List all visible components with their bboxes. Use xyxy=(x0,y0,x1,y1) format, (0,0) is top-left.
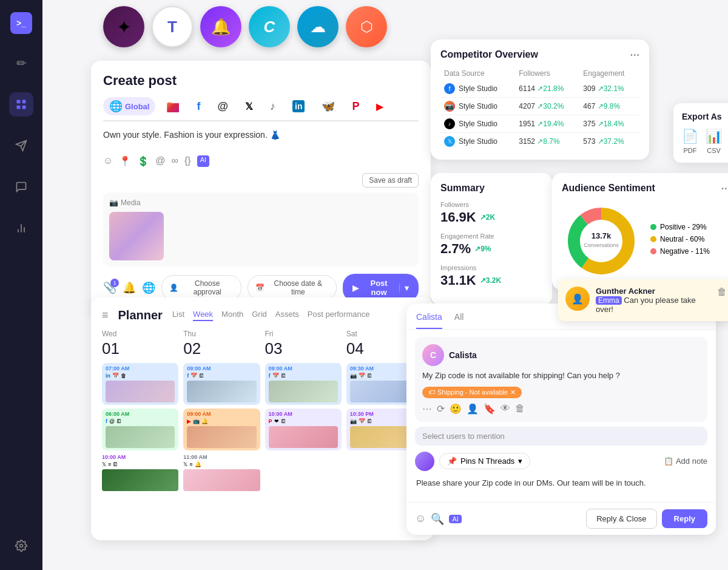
tab-tiktok[interactable]: ♪ xyxy=(264,98,281,115)
tab-threads[interactable]: @ xyxy=(211,98,234,115)
reply-text: Please share your Zip code in our DMs. O… xyxy=(415,477,707,489)
attachment-icon[interactable]: 📎 1 xyxy=(103,281,116,294)
message-tag-row: 🏷 Shipping - Not available ✕ xyxy=(422,382,700,398)
trash-icon[interactable]: 🗑 xyxy=(515,403,525,414)
sentiment-menu-icon[interactable]: ⋯ xyxy=(721,183,728,194)
bell-icon[interactable]: 🔔 xyxy=(123,281,136,294)
salesforce-icon[interactable]: ☁ xyxy=(297,6,339,47)
bookmark-icon[interactable]: 🔖 xyxy=(484,403,496,415)
planner-event[interactable]: 11:00 AM 𝕏 ≡ 🔔 xyxy=(183,454,260,491)
planner-event[interactable]: 07:00 AM in 📅 🗑 xyxy=(102,363,178,405)
sidebar-item-send[interactable] xyxy=(9,134,33,158)
more-icon[interactable]: ⋯ xyxy=(422,403,432,415)
svg-rect-2 xyxy=(17,106,21,109)
event-icons: ▶ 📺 🔔 xyxy=(187,418,256,424)
tab-pinterest[interactable]: P xyxy=(346,98,365,115)
globe-action-icon[interactable]: 🌐 xyxy=(142,281,155,294)
brand-dropdown-icon[interactable]: ▾ xyxy=(518,456,522,466)
negative-legend: Negative - 11% xyxy=(650,247,710,256)
tab-twitter[interactable]: 𝕏 xyxy=(239,98,259,115)
schedule-button[interactable]: 📅 Choose date & time xyxy=(248,275,337,300)
instagram-dot: 📷 xyxy=(444,101,455,112)
tab-global[interactable]: 🌐 Global xyxy=(103,97,155,115)
tab-grid[interactable]: Grid xyxy=(252,310,267,321)
slack-icon[interactable]: ✦ xyxy=(103,6,144,47)
neutral-dot xyxy=(650,236,656,242)
gif-icon[interactable]: 🔍 xyxy=(431,512,444,526)
sidebar-item-compose[interactable]: ✏ xyxy=(9,51,33,75)
tab-assets[interactable]: Assets xyxy=(275,310,299,321)
notif-delete-icon[interactable]: 🗑 xyxy=(717,287,727,297)
tag-close-icon[interactable]: ✕ xyxy=(510,388,516,396)
summary-panel: Summary Followers 16.9K ↗2K Engagement R… xyxy=(431,173,552,305)
retweet-icon[interactable]: ⟳ xyxy=(437,403,445,415)
mention-icon[interactable]: @ xyxy=(155,155,165,167)
platform-cell: 📷 Style Studio xyxy=(440,98,515,115)
link-icon[interactable]: ∞ xyxy=(172,155,178,167)
tab-performance[interactable]: Post performance xyxy=(308,310,370,321)
add-note-label: Add note xyxy=(676,456,707,466)
ai-footer-icon[interactable]: AI xyxy=(449,515,461,523)
svg-text:13.7k: 13.7k xyxy=(592,231,612,240)
reply-close-button[interactable]: Reply & Close xyxy=(586,509,656,529)
tab-month[interactable]: Month xyxy=(221,310,243,321)
eye-icon[interactable]: 👁 xyxy=(500,403,510,414)
followers-metric: Followers 16.9K ↗2K xyxy=(440,201,542,225)
tab-bluesky[interactable]: 🦋 xyxy=(315,97,341,115)
avatar-small-icon[interactable]: 👤 xyxy=(467,403,479,415)
impressions-label: Impressions xyxy=(440,264,542,271)
tab-list[interactable]: List xyxy=(172,310,184,321)
tab-linkedin[interactable]: in xyxy=(286,98,311,115)
tab-instagram[interactable]: 📷 xyxy=(160,97,186,115)
csv-export-option[interactable]: 📊 CSV xyxy=(706,129,722,154)
calendar-icon[interactable]: C xyxy=(249,6,290,47)
mention-select[interactable]: Select users to mention xyxy=(415,427,707,446)
emoji-footer-icon[interactable]: ☺ xyxy=(415,512,426,525)
tab-facebook[interactable]: f xyxy=(190,98,206,115)
planner-event[interactable]: 09:00 AM ▶ 📺 🔔 xyxy=(183,409,260,450)
embed-icon[interactable]: {} xyxy=(184,155,191,167)
approval-button[interactable]: 👤 Choose approval xyxy=(161,275,241,300)
reply-brand-selector[interactable]: 📌 Pins N Threads ▾ xyxy=(439,453,530,469)
message-body: C Calista My Zip code is not available f… xyxy=(406,330,716,502)
event-time: 09:00 AM xyxy=(187,411,256,417)
tab-youtube[interactable]: ▶ xyxy=(370,98,389,115)
competitor-menu-icon[interactable]: ⋯ xyxy=(630,49,639,61)
sidebar-item-inbox[interactable] xyxy=(9,175,33,199)
followers-cell: 1951 ↗19.4% xyxy=(515,115,579,133)
ai-icon[interactable]: AI xyxy=(197,155,209,167)
event-image xyxy=(102,469,178,491)
dollar-icon[interactable]: 💲 xyxy=(137,155,149,167)
planner-menu-icon[interactable]: ≡ xyxy=(102,309,109,322)
reply-button[interactable]: Reply xyxy=(662,509,707,528)
planner-event[interactable]: 10:00 AM 𝕏 ≡ 🗓 xyxy=(102,454,178,491)
planner-event[interactable]: 10:00 AM P ❤ 🗓 xyxy=(265,409,342,450)
post-text: Own your style. Fashion is your expressi… xyxy=(103,130,419,148)
hubspot-icon[interactable]: ⬡ xyxy=(346,6,387,47)
save-draft-button[interactable]: Save as draft xyxy=(362,173,419,188)
pdf-export-option[interactable]: 📄 PDF xyxy=(682,129,698,154)
shipping-tag[interactable]: 🏷 Shipping - Not available ✕ xyxy=(422,387,522,398)
post-now-dropdown[interactable]: ▾ xyxy=(399,283,409,293)
sidebar-item-settings[interactable] xyxy=(9,534,33,558)
location-icon[interactable]: 📍 xyxy=(119,155,131,167)
pdf-icon: 📄 xyxy=(682,129,698,144)
tab-week[interactable]: Week xyxy=(193,310,213,321)
engagement-cell: 309 ↗32.1% xyxy=(579,80,639,98)
tab-calista[interactable]: Calista xyxy=(416,312,442,329)
emoji-react-icon[interactable]: 🙂 xyxy=(450,403,462,415)
schedule-label: Choose date & time xyxy=(267,279,329,296)
planner-event[interactable]: 06:00 AM f @ 🗓 xyxy=(102,409,178,450)
media-thumbnail[interactable] xyxy=(109,212,164,260)
planner-event[interactable]: 09:00 AM f 📅 🗓 xyxy=(265,363,342,405)
add-note-button[interactable]: 📋 Add note xyxy=(664,456,707,466)
svg-text:Conversations: Conversations xyxy=(584,242,619,248)
emoji-icon[interactable]: ☺ xyxy=(103,155,113,167)
planner-event[interactable]: 09:00 AM f 📅 🗓 xyxy=(183,363,260,405)
sidebar-item-analytics[interactable] xyxy=(9,216,33,240)
teams-icon[interactable]: T xyxy=(152,6,193,47)
sidebar-item-posts[interactable] xyxy=(9,92,33,117)
tab-all[interactable]: All xyxy=(454,312,464,329)
notification-icon[interactable]: 🔔 xyxy=(200,6,241,47)
negative-dot xyxy=(650,248,656,254)
